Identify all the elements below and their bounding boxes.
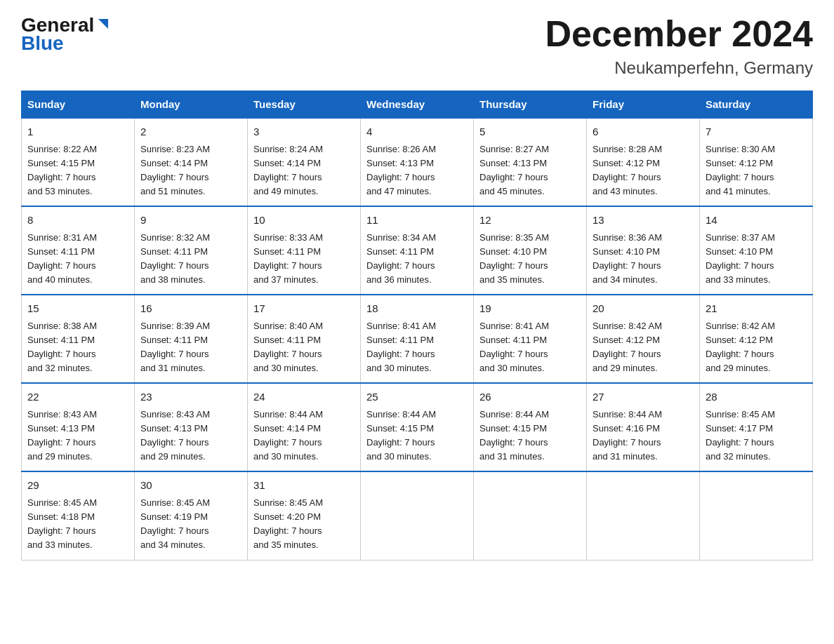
day-number: 28 xyxy=(706,389,807,405)
day-info: Sunrise: 8:39 AMSunset: 4:11 PMDaylight:… xyxy=(140,321,210,373)
empty-cell xyxy=(474,471,587,560)
day-number: 6 xyxy=(593,124,694,140)
day-number: 27 xyxy=(593,389,694,405)
day-cell-24: 24 Sunrise: 8:44 AMSunset: 4:14 PMDaylig… xyxy=(248,383,361,471)
day-info: Sunrise: 8:44 AMSunset: 4:15 PMDaylight:… xyxy=(366,409,436,462)
header-cell-saturday: Saturday xyxy=(700,91,813,119)
page-subtitle: Neukamperfehn, Germany xyxy=(545,58,813,78)
week-row-2: 8 Sunrise: 8:31 AMSunset: 4:11 PMDayligh… xyxy=(22,206,813,295)
day-number: 3 xyxy=(253,124,355,140)
calendar-table: SundayMondayTuesdayWednesdayThursdayFrid… xyxy=(21,90,813,560)
day-info: Sunrise: 8:23 AMSunset: 4:14 PMDaylight:… xyxy=(140,144,210,196)
day-number: 24 xyxy=(253,389,355,405)
logo: General Blue xyxy=(21,14,111,55)
week-row-1: 1 Sunrise: 8:22 AMSunset: 4:15 PMDayligh… xyxy=(22,118,813,206)
day-info: Sunrise: 8:45 AMSunset: 4:18 PMDaylight:… xyxy=(27,497,97,550)
empty-cell xyxy=(361,471,474,560)
day-cell-4: 4 Sunrise: 8:26 AMSunset: 4:13 PMDayligh… xyxy=(361,118,474,206)
day-number: 19 xyxy=(479,301,581,317)
day-cell-26: 26 Sunrise: 8:44 AMSunset: 4:15 PMDaylig… xyxy=(474,383,587,471)
day-cell-8: 8 Sunrise: 8:31 AMSunset: 4:11 PMDayligh… xyxy=(22,206,135,295)
day-info: Sunrise: 8:32 AMSunset: 4:11 PMDaylight:… xyxy=(140,232,210,285)
day-info: Sunrise: 8:30 AMSunset: 4:12 PMDaylight:… xyxy=(706,144,775,196)
day-info: Sunrise: 8:45 AMSunset: 4:17 PMDaylight:… xyxy=(706,409,775,462)
day-info: Sunrise: 8:41 AMSunset: 4:11 PMDaylight:… xyxy=(479,321,549,373)
day-info: Sunrise: 8:41 AMSunset: 4:11 PMDaylight:… xyxy=(366,321,436,373)
day-info: Sunrise: 8:24 AMSunset: 4:14 PMDaylight:… xyxy=(253,144,323,196)
day-cell-14: 14 Sunrise: 8:37 AMSunset: 4:10 PMDaylig… xyxy=(700,206,813,295)
header-cell-thursday: Thursday xyxy=(474,91,587,119)
day-cell-19: 19 Sunrise: 8:41 AMSunset: 4:11 PMDaylig… xyxy=(474,295,587,383)
logo-triangle-icon xyxy=(95,16,111,32)
day-info: Sunrise: 8:35 AMSunset: 4:10 PMDaylight:… xyxy=(479,232,549,285)
day-cell-2: 2 Sunrise: 8:23 AMSunset: 4:14 PMDayligh… xyxy=(135,118,248,206)
header-cell-sunday: Sunday xyxy=(22,91,135,119)
week-row-4: 22 Sunrise: 8:43 AMSunset: 4:13 PMDaylig… xyxy=(22,383,813,471)
day-number: 25 xyxy=(366,389,468,405)
day-cell-3: 3 Sunrise: 8:24 AMSunset: 4:14 PMDayligh… xyxy=(248,118,361,206)
day-cell-21: 21 Sunrise: 8:42 AMSunset: 4:12 PMDaylig… xyxy=(700,295,813,383)
day-info: Sunrise: 8:26 AMSunset: 4:13 PMDaylight:… xyxy=(366,144,436,196)
day-cell-30: 30 Sunrise: 8:45 AMSunset: 4:19 PMDaylig… xyxy=(135,471,248,560)
day-cell-18: 18 Sunrise: 8:41 AMSunset: 4:11 PMDaylig… xyxy=(361,295,474,383)
day-cell-31: 31 Sunrise: 8:45 AMSunset: 4:20 PMDaylig… xyxy=(248,471,361,560)
day-info: Sunrise: 8:43 AMSunset: 4:13 PMDaylight:… xyxy=(140,409,210,462)
day-number: 1 xyxy=(27,124,128,140)
day-cell-1: 1 Sunrise: 8:22 AMSunset: 4:15 PMDayligh… xyxy=(22,118,135,206)
header-cell-wednesday: Wednesday xyxy=(361,91,474,119)
day-number: 13 xyxy=(593,213,694,229)
day-cell-16: 16 Sunrise: 8:39 AMSunset: 4:11 PMDaylig… xyxy=(135,295,248,383)
day-info: Sunrise: 8:42 AMSunset: 4:12 PMDaylight:… xyxy=(593,321,662,373)
day-number: 12 xyxy=(479,213,581,229)
day-number: 26 xyxy=(479,389,581,405)
day-info: Sunrise: 8:44 AMSunset: 4:15 PMDaylight:… xyxy=(479,409,549,462)
day-cell-6: 6 Sunrise: 8:28 AMSunset: 4:12 PMDayligh… xyxy=(587,118,700,206)
day-info: Sunrise: 8:36 AMSunset: 4:10 PMDaylight:… xyxy=(593,232,662,285)
day-number: 20 xyxy=(593,301,694,317)
day-number: 10 xyxy=(253,213,355,229)
svg-marker-0 xyxy=(98,19,108,29)
day-number: 11 xyxy=(366,213,468,229)
day-cell-22: 22 Sunrise: 8:43 AMSunset: 4:13 PMDaylig… xyxy=(22,383,135,471)
header-row: SundayMondayTuesdayWednesdayThursdayFrid… xyxy=(22,91,813,119)
day-info: Sunrise: 8:22 AMSunset: 4:15 PMDaylight:… xyxy=(27,144,97,196)
day-number: 22 xyxy=(27,389,128,405)
day-info: Sunrise: 8:34 AMSunset: 4:11 PMDaylight:… xyxy=(366,232,436,285)
day-number: 2 xyxy=(140,124,241,140)
day-number: 16 xyxy=(140,301,241,317)
day-cell-7: 7 Sunrise: 8:30 AMSunset: 4:12 PMDayligh… xyxy=(700,118,813,206)
day-cell-5: 5 Sunrise: 8:27 AMSunset: 4:13 PMDayligh… xyxy=(474,118,587,206)
day-info: Sunrise: 8:45 AMSunset: 4:19 PMDaylight:… xyxy=(140,497,210,550)
logo-blue: Blue xyxy=(21,32,64,55)
day-number: 4 xyxy=(366,124,468,140)
page-title: December 2024 xyxy=(545,14,813,54)
day-info: Sunrise: 8:43 AMSunset: 4:13 PMDaylight:… xyxy=(27,409,97,462)
empty-cell xyxy=(587,471,700,560)
day-info: Sunrise: 8:38 AMSunset: 4:11 PMDaylight:… xyxy=(27,321,97,373)
page-header: General Blue December 2024 Neukamperfehn… xyxy=(21,14,813,78)
day-number: 7 xyxy=(706,124,807,140)
day-number: 21 xyxy=(706,301,807,317)
day-cell-28: 28 Sunrise: 8:45 AMSunset: 4:17 PMDaylig… xyxy=(700,383,813,471)
header-cell-tuesday: Tuesday xyxy=(248,91,361,119)
header-cell-friday: Friday xyxy=(587,91,700,119)
empty-cell xyxy=(700,471,813,560)
week-row-3: 15 Sunrise: 8:38 AMSunset: 4:11 PMDaylig… xyxy=(22,295,813,383)
day-cell-12: 12 Sunrise: 8:35 AMSunset: 4:10 PMDaylig… xyxy=(474,206,587,295)
title-block: December 2024 Neukamperfehn, Germany xyxy=(545,14,813,78)
day-number: 23 xyxy=(140,389,241,405)
day-cell-9: 9 Sunrise: 8:32 AMSunset: 4:11 PMDayligh… xyxy=(135,206,248,295)
day-info: Sunrise: 8:37 AMSunset: 4:10 PMDaylight:… xyxy=(706,232,775,285)
day-number: 5 xyxy=(479,124,581,140)
week-row-5: 29 Sunrise: 8:45 AMSunset: 4:18 PMDaylig… xyxy=(22,471,813,560)
day-cell-11: 11 Sunrise: 8:34 AMSunset: 4:11 PMDaylig… xyxy=(361,206,474,295)
day-cell-17: 17 Sunrise: 8:40 AMSunset: 4:11 PMDaylig… xyxy=(248,295,361,383)
day-info: Sunrise: 8:45 AMSunset: 4:20 PMDaylight:… xyxy=(253,497,323,550)
day-info: Sunrise: 8:31 AMSunset: 4:11 PMDaylight:… xyxy=(27,232,97,285)
day-info: Sunrise: 8:40 AMSunset: 4:11 PMDaylight:… xyxy=(253,321,323,373)
day-info: Sunrise: 8:28 AMSunset: 4:12 PMDaylight:… xyxy=(593,144,662,196)
header-cell-monday: Monday xyxy=(135,91,248,119)
day-cell-20: 20 Sunrise: 8:42 AMSunset: 4:12 PMDaylig… xyxy=(587,295,700,383)
day-info: Sunrise: 8:44 AMSunset: 4:16 PMDaylight:… xyxy=(593,409,662,462)
day-number: 18 xyxy=(366,301,468,317)
